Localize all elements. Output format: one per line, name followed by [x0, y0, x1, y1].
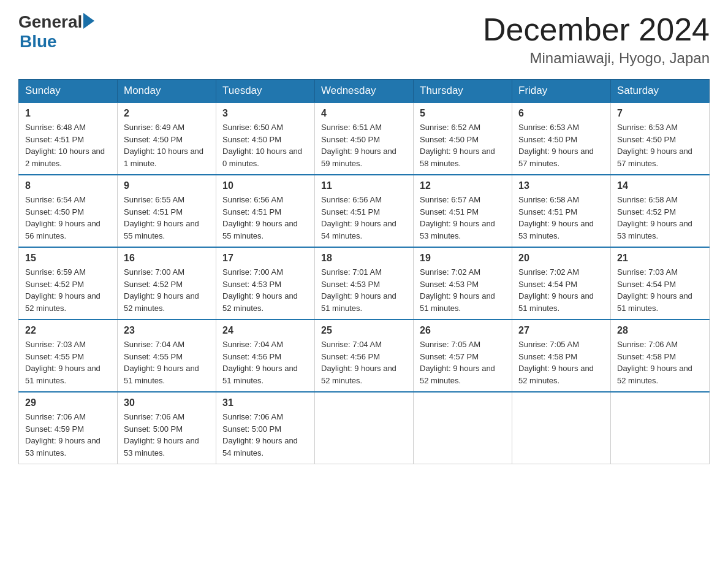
calendar-header-friday: Friday: [512, 80, 611, 103]
calendar-cell: [315, 392, 414, 464]
day-number: 26: [420, 325, 506, 336]
calendar-week-row: 1 Sunrise: 6:48 AMSunset: 4:51 PMDayligh…: [19, 102, 710, 175]
logo: General Blue: [18, 12, 94, 52]
calendar-cell: 5 Sunrise: 6:52 AMSunset: 4:50 PMDayligh…: [414, 102, 512, 175]
day-info: Sunrise: 6:48 AMSunset: 4:51 PMDaylight:…: [25, 121, 111, 169]
calendar-cell: 3 Sunrise: 6:50 AMSunset: 4:50 PMDayligh…: [216, 102, 315, 175]
day-info: Sunrise: 7:06 AMSunset: 4:58 PMDaylight:…: [617, 339, 703, 386]
day-number: 3: [222, 108, 308, 119]
day-number: 28: [617, 325, 703, 336]
day-info: Sunrise: 7:04 AMSunset: 4:55 PMDaylight:…: [124, 339, 210, 386]
logo-blue-text: Blue: [20, 32, 57, 52]
calendar-cell: 31 Sunrise: 7:06 AMSunset: 5:00 PMDaylig…: [216, 392, 315, 464]
day-number: 30: [124, 397, 210, 408]
day-number: 29: [25, 397, 111, 408]
day-number: 24: [222, 325, 308, 336]
day-number: 11: [321, 180, 407, 191]
calendar-cell: 25 Sunrise: 7:04 AMSunset: 4:56 PMDaylig…: [315, 320, 414, 392]
calendar-cell: 12 Sunrise: 6:57 AMSunset: 4:51 PMDaylig…: [414, 175, 512, 247]
day-info: Sunrise: 7:04 AMSunset: 4:56 PMDaylight:…: [222, 339, 308, 386]
day-number: 5: [420, 108, 506, 119]
day-number: 27: [518, 325, 604, 336]
logo-arrow-icon: [83, 13, 94, 29]
calendar-cell: 8 Sunrise: 6:54 AMSunset: 4:50 PMDayligh…: [19, 175, 118, 247]
day-number: 21: [617, 253, 703, 264]
calendar-header-saturday: Saturday: [611, 80, 710, 103]
day-number: 25: [321, 325, 407, 336]
calendar-header-wednesday: Wednesday: [315, 80, 414, 103]
day-number: 15: [25, 253, 111, 264]
day-info: Sunrise: 7:03 AMSunset: 4:55 PMDaylight:…: [25, 339, 111, 386]
calendar-cell: 11 Sunrise: 6:56 AMSunset: 4:51 PMDaylig…: [315, 175, 414, 247]
day-info: Sunrise: 6:57 AMSunset: 4:51 PMDaylight:…: [420, 194, 506, 242]
day-info: Sunrise: 7:04 AMSunset: 4:56 PMDaylight:…: [321, 339, 407, 386]
calendar-cell: 16 Sunrise: 7:00 AMSunset: 4:52 PMDaylig…: [118, 247, 216, 320]
day-number: 17: [222, 253, 308, 264]
day-info: Sunrise: 6:58 AMSunset: 4:52 PMDaylight:…: [617, 194, 703, 242]
calendar-cell: 15 Sunrise: 6:59 AMSunset: 4:52 PMDaylig…: [19, 247, 118, 320]
calendar-week-row: 8 Sunrise: 6:54 AMSunset: 4:50 PMDayligh…: [19, 175, 710, 247]
day-info: Sunrise: 6:52 AMSunset: 4:50 PMDaylight:…: [420, 121, 506, 169]
calendar-week-row: 29 Sunrise: 7:06 AMSunset: 4:59 PMDaylig…: [19, 392, 710, 464]
day-number: 19: [420, 253, 506, 264]
day-number: 2: [124, 108, 210, 119]
day-info: Sunrise: 7:00 AMSunset: 4:53 PMDaylight:…: [222, 266, 308, 314]
day-info: Sunrise: 6:58 AMSunset: 4:51 PMDaylight:…: [518, 194, 604, 242]
calendar-header-monday: Monday: [118, 80, 216, 103]
calendar-cell: 14 Sunrise: 6:58 AMSunset: 4:52 PMDaylig…: [611, 175, 710, 247]
calendar-cell: 21 Sunrise: 7:03 AMSunset: 4:54 PMDaylig…: [611, 247, 710, 320]
calendar-header-tuesday: Tuesday: [216, 80, 315, 103]
day-number: 20: [518, 253, 604, 264]
day-number: 7: [617, 108, 703, 119]
day-number: 23: [124, 325, 210, 336]
calendar-week-row: 15 Sunrise: 6:59 AMSunset: 4:52 PMDaylig…: [19, 247, 710, 320]
calendar-week-row: 22 Sunrise: 7:03 AMSunset: 4:55 PMDaylig…: [19, 320, 710, 392]
day-number: 22: [25, 325, 111, 336]
calendar-cell: 20 Sunrise: 7:02 AMSunset: 4:54 PMDaylig…: [512, 247, 611, 320]
calendar-body: 1 Sunrise: 6:48 AMSunset: 4:51 PMDayligh…: [19, 102, 710, 464]
calendar-cell: 17 Sunrise: 7:00 AMSunset: 4:53 PMDaylig…: [216, 247, 315, 320]
day-number: 8: [25, 180, 111, 191]
day-number: 4: [321, 108, 407, 119]
calendar-cell: 29 Sunrise: 7:06 AMSunset: 4:59 PMDaylig…: [19, 392, 118, 464]
day-info: Sunrise: 6:49 AMSunset: 4:50 PMDaylight:…: [124, 121, 210, 169]
day-info: Sunrise: 6:56 AMSunset: 4:51 PMDaylight:…: [222, 194, 308, 242]
calendar-title: December 2024: [483, 12, 710, 47]
day-info: Sunrise: 6:59 AMSunset: 4:52 PMDaylight:…: [25, 266, 111, 314]
calendar-cell: 28 Sunrise: 7:06 AMSunset: 4:58 PMDaylig…: [611, 320, 710, 392]
day-info: Sunrise: 7:06 AMSunset: 5:00 PMDaylight:…: [222, 411, 308, 459]
calendar-cell: 6 Sunrise: 6:53 AMSunset: 4:50 PMDayligh…: [512, 102, 611, 175]
calendar-cell: 27 Sunrise: 7:05 AMSunset: 4:58 PMDaylig…: [512, 320, 611, 392]
day-info: Sunrise: 7:05 AMSunset: 4:58 PMDaylight:…: [518, 339, 604, 386]
calendar-cell: 23 Sunrise: 7:04 AMSunset: 4:55 PMDaylig…: [118, 320, 216, 392]
day-info: Sunrise: 7:02 AMSunset: 4:54 PMDaylight:…: [518, 266, 604, 314]
day-number: 16: [124, 253, 210, 264]
day-number: 31: [222, 397, 308, 408]
calendar-cell: 19 Sunrise: 7:02 AMSunset: 4:53 PMDaylig…: [414, 247, 512, 320]
day-info: Sunrise: 6:51 AMSunset: 4:50 PMDaylight:…: [321, 121, 407, 169]
calendar-cell: 10 Sunrise: 6:56 AMSunset: 4:51 PMDaylig…: [216, 175, 315, 247]
calendar-cell: [414, 392, 512, 464]
calendar-cell: [512, 392, 611, 464]
day-info: Sunrise: 6:50 AMSunset: 4:50 PMDaylight:…: [222, 121, 308, 169]
day-info: Sunrise: 7:06 AMSunset: 5:00 PMDaylight:…: [124, 411, 210, 459]
day-info: Sunrise: 6:54 AMSunset: 4:50 PMDaylight:…: [25, 194, 111, 242]
calendar-cell: 9 Sunrise: 6:55 AMSunset: 4:51 PMDayligh…: [118, 175, 216, 247]
calendar-subtitle: Minamiawaji, Hyogo, Japan: [483, 50, 710, 67]
day-number: 13: [518, 180, 604, 191]
day-number: 18: [321, 253, 407, 264]
calendar-cell: 7 Sunrise: 6:53 AMSunset: 4:50 PMDayligh…: [611, 102, 710, 175]
logo-general-text: General: [18, 12, 82, 32]
day-info: Sunrise: 7:03 AMSunset: 4:54 PMDaylight:…: [617, 266, 703, 314]
day-number: 6: [518, 108, 604, 119]
day-info: Sunrise: 7:00 AMSunset: 4:52 PMDaylight:…: [124, 266, 210, 314]
calendar-cell: 2 Sunrise: 6:49 AMSunset: 4:50 PMDayligh…: [118, 102, 216, 175]
calendar-table: SundayMondayTuesdayWednesdayThursdayFrid…: [18, 79, 710, 464]
day-info: Sunrise: 7:02 AMSunset: 4:53 PMDaylight:…: [420, 266, 506, 314]
calendar-cell: 22 Sunrise: 7:03 AMSunset: 4:55 PMDaylig…: [19, 320, 118, 392]
calendar-header-row: SundayMondayTuesdayWednesdayThursdayFrid…: [19, 80, 710, 103]
day-number: 12: [420, 180, 506, 191]
day-number: 14: [617, 180, 703, 191]
calendar-cell: [611, 392, 710, 464]
day-number: 1: [25, 108, 111, 119]
